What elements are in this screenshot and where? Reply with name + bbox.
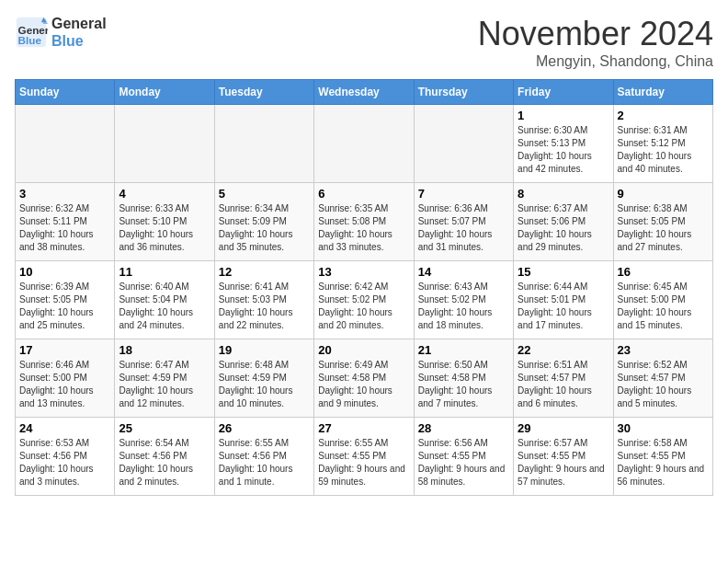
calendar-cell: 5Sunrise: 6:34 AM Sunset: 5:09 PM Daylig…	[214, 183, 313, 261]
weekday-header-sunday: Sunday	[16, 80, 115, 105]
calendar-cell	[16, 105, 115, 183]
day-info: Sunrise: 6:49 AM Sunset: 4:58 PM Dayligh…	[318, 359, 409, 410]
week-row-2: 10Sunrise: 6:39 AM Sunset: 5:05 PM Dayli…	[16, 261, 713, 339]
calendar-cell: 14Sunrise: 6:43 AM Sunset: 5:02 PM Dayli…	[414, 261, 513, 339]
title-section: November 2024 Mengyin, Shandong, China	[478, 15, 713, 70]
calendar-cell: 18Sunrise: 6:47 AM Sunset: 4:59 PM Dayli…	[115, 339, 214, 418]
day-info: Sunrise: 6:30 AM Sunset: 5:13 PM Dayligh…	[518, 124, 609, 176]
day-number: 21	[418, 343, 509, 357]
day-info: Sunrise: 6:50 AM Sunset: 4:58 PM Dayligh…	[418, 359, 509, 410]
day-number: 6	[318, 187, 409, 201]
day-number: 12	[219, 265, 310, 279]
week-row-1: 3Sunrise: 6:32 AM Sunset: 5:11 PM Daylig…	[16, 183, 713, 261]
calendar-cell: 21Sunrise: 6:50 AM Sunset: 4:58 PM Dayli…	[414, 339, 513, 418]
logo-general: General	[51, 15, 107, 32]
day-number: 2	[618, 109, 709, 122]
calendar-cell: 3Sunrise: 6:32 AM Sunset: 5:11 PM Daylig…	[16, 183, 115, 261]
day-info: Sunrise: 6:43 AM Sunset: 5:02 PM Dayligh…	[418, 281, 509, 332]
day-info: Sunrise: 6:44 AM Sunset: 5:01 PM Dayligh…	[518, 281, 609, 332]
day-number: 3	[19, 187, 110, 201]
day-info: Sunrise: 6:53 AM Sunset: 4:56 PM Dayligh…	[19, 437, 110, 488]
calendar-cell: 4Sunrise: 6:33 AM Sunset: 5:10 PM Daylig…	[115, 183, 214, 261]
day-number: 15	[518, 265, 609, 279]
calendar-cell: 27Sunrise: 6:55 AM Sunset: 4:55 PM Dayli…	[314, 418, 414, 496]
week-row-4: 24Sunrise: 6:53 AM Sunset: 4:56 PM Dayli…	[16, 418, 713, 496]
day-info: Sunrise: 6:34 AM Sunset: 5:09 PM Dayligh…	[219, 202, 310, 254]
calendar-cell: 10Sunrise: 6:39 AM Sunset: 5:05 PM Dayli…	[16, 261, 115, 339]
calendar-cell	[314, 105, 414, 183]
day-info: Sunrise: 6:55 AM Sunset: 4:56 PM Dayligh…	[219, 437, 310, 488]
day-info: Sunrise: 6:54 AM Sunset: 4:56 PM Dayligh…	[119, 437, 210, 488]
day-info: Sunrise: 6:36 AM Sunset: 5:07 PM Dayligh…	[418, 202, 509, 254]
logo-blue: Blue	[51, 32, 107, 50]
calendar-cell: 2Sunrise: 6:31 AM Sunset: 5:12 PM Daylig…	[613, 105, 712, 183]
month-title: November 2024	[478, 15, 713, 53]
day-number: 22	[518, 343, 609, 357]
day-number: 5	[219, 187, 310, 201]
day-number: 30	[618, 421, 709, 435]
day-info: Sunrise: 6:55 AM Sunset: 4:55 PM Dayligh…	[318, 437, 409, 488]
day-number: 20	[318, 343, 409, 357]
day-number: 17	[19, 343, 110, 357]
logo: General Blue General Blue	[15, 15, 107, 50]
day-info: Sunrise: 6:31 AM Sunset: 5:12 PM Dayligh…	[618, 124, 709, 176]
calendar-cell: 28Sunrise: 6:56 AM Sunset: 4:55 PM Dayli…	[414, 418, 513, 496]
calendar-cell: 29Sunrise: 6:57 AM Sunset: 4:55 PM Dayli…	[514, 418, 613, 496]
day-number: 4	[119, 187, 210, 201]
day-number: 24	[19, 421, 110, 435]
day-info: Sunrise: 6:47 AM Sunset: 4:59 PM Dayligh…	[119, 359, 210, 410]
day-info: Sunrise: 6:56 AM Sunset: 4:55 PM Dayligh…	[418, 437, 509, 488]
day-info: Sunrise: 6:35 AM Sunset: 5:08 PM Dayligh…	[318, 202, 409, 254]
day-info: Sunrise: 6:33 AM Sunset: 5:10 PM Dayligh…	[119, 202, 210, 254]
day-number: 19	[219, 343, 310, 357]
weekday-header-saturday: Saturday	[613, 80, 712, 105]
day-info: Sunrise: 6:51 AM Sunset: 4:57 PM Dayligh…	[518, 359, 609, 410]
calendar-cell: 25Sunrise: 6:54 AM Sunset: 4:56 PM Dayli…	[115, 418, 214, 496]
day-number: 27	[318, 421, 409, 435]
calendar-cell	[115, 105, 214, 183]
day-info: Sunrise: 6:41 AM Sunset: 5:03 PM Dayligh…	[219, 281, 310, 332]
day-number: 10	[19, 265, 110, 279]
day-number: 9	[618, 187, 709, 201]
day-number: 28	[418, 421, 509, 435]
calendar-cell: 22Sunrise: 6:51 AM Sunset: 4:57 PM Dayli…	[514, 339, 613, 418]
calendar-cell: 13Sunrise: 6:42 AM Sunset: 5:02 PM Dayli…	[314, 261, 414, 339]
day-info: Sunrise: 6:38 AM Sunset: 5:05 PM Dayligh…	[618, 202, 709, 254]
logo-icon: General Blue	[15, 16, 48, 49]
day-info: Sunrise: 6:48 AM Sunset: 4:59 PM Dayligh…	[219, 359, 310, 410]
day-info: Sunrise: 6:42 AM Sunset: 5:02 PM Dayligh…	[318, 281, 409, 332]
week-row-3: 17Sunrise: 6:46 AM Sunset: 5:00 PM Dayli…	[16, 339, 713, 418]
day-info: Sunrise: 6:45 AM Sunset: 5:00 PM Dayligh…	[618, 281, 709, 332]
day-info: Sunrise: 6:57 AM Sunset: 4:55 PM Dayligh…	[518, 437, 609, 488]
day-info: Sunrise: 6:52 AM Sunset: 4:57 PM Dayligh…	[618, 359, 709, 410]
day-number: 16	[618, 265, 709, 279]
day-number: 14	[418, 265, 509, 279]
day-info: Sunrise: 6:37 AM Sunset: 5:06 PM Dayligh…	[518, 202, 609, 254]
svg-text:Blue: Blue	[18, 34, 42, 46]
day-number: 7	[418, 187, 509, 201]
day-number: 25	[119, 421, 210, 435]
calendar-table: SundayMondayTuesdayWednesdayThursdayFrid…	[15, 79, 713, 496]
calendar-cell: 15Sunrise: 6:44 AM Sunset: 5:01 PM Dayli…	[514, 261, 613, 339]
calendar-cell	[214, 105, 313, 183]
calendar-cell: 24Sunrise: 6:53 AM Sunset: 4:56 PM Dayli…	[16, 418, 115, 496]
calendar-cell: 7Sunrise: 6:36 AM Sunset: 5:07 PM Daylig…	[414, 183, 513, 261]
weekday-header-monday: Monday	[115, 80, 214, 105]
location-title: Mengyin, Shandong, China	[478, 53, 713, 70]
weekday-header-row: SundayMondayTuesdayWednesdayThursdayFrid…	[16, 80, 713, 105]
day-number: 8	[518, 187, 609, 201]
weekday-header-tuesday: Tuesday	[214, 80, 313, 105]
day-number: 23	[618, 343, 709, 357]
day-number: 13	[318, 265, 409, 279]
calendar-cell: 1Sunrise: 6:30 AM Sunset: 5:13 PM Daylig…	[514, 105, 613, 183]
calendar-cell: 30Sunrise: 6:58 AM Sunset: 4:55 PM Dayli…	[613, 418, 712, 496]
day-info: Sunrise: 6:58 AM Sunset: 4:55 PM Dayligh…	[618, 437, 709, 488]
week-row-0: 1Sunrise: 6:30 AM Sunset: 5:13 PM Daylig…	[16, 105, 713, 183]
calendar-cell: 19Sunrise: 6:48 AM Sunset: 4:59 PM Dayli…	[214, 339, 313, 418]
header: General Blue General Blue November 2024 …	[15, 15, 713, 70]
calendar-cell	[414, 105, 513, 183]
calendar-cell: 26Sunrise: 6:55 AM Sunset: 4:56 PM Dayli…	[214, 418, 313, 496]
calendar-cell: 20Sunrise: 6:49 AM Sunset: 4:58 PM Dayli…	[314, 339, 414, 418]
day-number: 29	[518, 421, 609, 435]
calendar-cell: 11Sunrise: 6:40 AM Sunset: 5:04 PM Dayli…	[115, 261, 214, 339]
